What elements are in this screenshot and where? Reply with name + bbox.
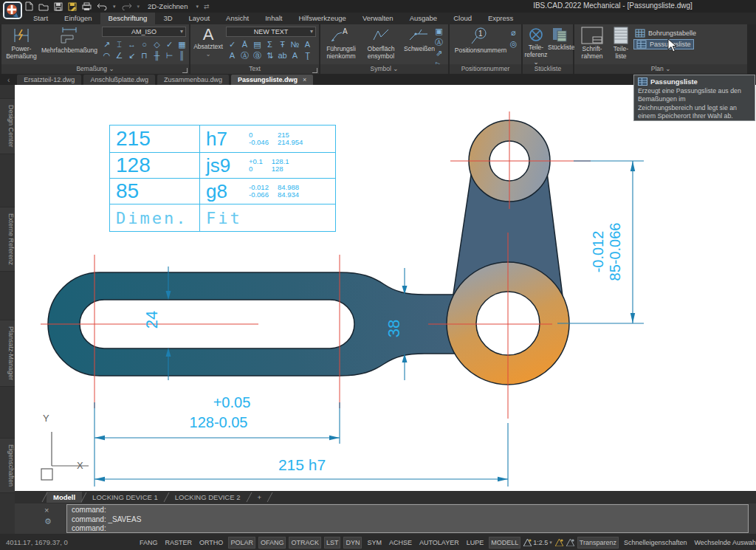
- redo-dropdown-icon[interactable]: ▾: [137, 4, 140, 10]
- toggle-ofang[interactable]: OFANG: [258, 537, 286, 549]
- palette-tab-plansatz-manager[interactable]: Plansatz-Manager: [0, 320, 15, 387]
- dim-aligned-icon[interactable]: ↗: [100, 39, 113, 50]
- toggle-polar[interactable]: POLAR: [228, 537, 255, 549]
- strike-text-icon[interactable]: Ŧ: [276, 39, 289, 50]
- layout-tab-locking-device-1[interactable]: LOCKING DEVICE 1: [86, 492, 165, 503]
- dim-ordinate-icon[interactable]: ⊢: [163, 50, 176, 61]
- find-text-icon[interactable]: Ā: [238, 39, 251, 50]
- fits-list-button[interactable]: Passungsliste: [633, 39, 694, 49]
- close-tab-icon[interactable]: ×: [303, 76, 306, 83]
- plot-icon[interactable]: [82, 2, 92, 11]
- feature-frame-icon[interactable]: Ⓐ: [433, 37, 445, 48]
- toggle-raster[interactable]: RASTER: [163, 537, 195, 549]
- toggle-lst[interactable]: LST: [324, 537, 341, 549]
- toggle-dyn[interactable]: DYN: [343, 537, 362, 549]
- new-file-icon[interactable]: [25, 1, 33, 11]
- dim-check-icon[interactable]: ✓: [163, 39, 176, 50]
- drawing-canvas[interactable]: 215 h7 0-0.046 215214.954 128 js9 +0.10 …: [15, 85, 756, 491]
- toggle-fang[interactable]: FANG: [137, 537, 160, 549]
- save-as-icon[interactable]: [68, 2, 77, 11]
- hole-chart-button[interactable]: Bohrungstabelle: [635, 28, 696, 38]
- fit-table-cell[interactable]: 128: [110, 153, 200, 179]
- color-text-icon[interactable]: A: [289, 50, 301, 61]
- parts-list-button[interactable]: Teile-liste: [608, 27, 633, 61]
- qat-customize-icon[interactable]: ⇄: [204, 3, 210, 10]
- fit-table[interactable]: 215 h7 0-0.046 215214.954 128 js9 +0.10 …: [109, 125, 336, 232]
- multi-dimension-button[interactable]: Mehrfachbemaßung: [40, 27, 99, 55]
- toggle-transparenz[interactable]: Transparenz: [577, 537, 619, 549]
- stack-text-icon[interactable]: ⇅: [264, 50, 276, 61]
- text-style-icon[interactable]: A: [301, 39, 314, 50]
- ribbon-tab-hilfswerkzeuge[interactable]: Hilfswerkzeuge: [290, 13, 354, 24]
- dim-vertical-icon[interactable]: ⌶: [113, 39, 126, 50]
- layout-tab-locking-device-2[interactable]: LOCKING DEVICE 2: [168, 492, 247, 503]
- dimension-label-tol-plus[interactable]: +0.05: [188, 394, 276, 411]
- power-dimension-button[interactable]: Power-Bemaßung: [4, 27, 38, 61]
- renumber-icon[interactable]: ⌀: [507, 27, 520, 38]
- autoscale-icon[interactable]: [566, 536, 574, 549]
- workspace-dropdown-icon[interactable]: ▾: [196, 4, 199, 10]
- ribbon-tab-einfuegen[interactable]: Einfügen: [56, 13, 100, 24]
- layout-tab-modell[interactable]: Modell: [47, 492, 82, 503]
- ribbon-tab-express[interactable]: Express: [480, 13, 521, 24]
- app-logo-icon[interactable]: [3, 1, 22, 22]
- paste-text-icon[interactable]: ▤: [251, 39, 264, 50]
- dialog-launcher-icon[interactable]: [312, 68, 317, 73]
- dim-distribute-icon[interactable]: ║: [176, 50, 188, 61]
- new-layout-button[interactable]: +: [251, 492, 269, 503]
- toggle-lupe[interactable]: LUPE: [464, 537, 487, 549]
- undo-dropdown-icon[interactable]: ▾: [113, 4, 116, 10]
- fit-table-cell[interactable]: h7 0-0.046 215214.954: [200, 126, 335, 153]
- panel-label-bemassung[interactable]: Bemaßung ⌄: [1, 64, 189, 74]
- palette-tab-eigenschaften[interactable]: Eigenschaften: [0, 438, 15, 493]
- fit-table-caption[interactable]: Dimen.: [110, 204, 200, 231]
- ribbon-tab-verwalten[interactable]: Verwalten: [354, 13, 402, 24]
- dim-diameter-icon[interactable]: ○: [138, 39, 151, 50]
- panel-label-text[interactable]: Text: [190, 64, 319, 74]
- save-icon[interactable]: [54, 2, 63, 11]
- toggle-ortho[interactable]: ORTHO: [197, 537, 225, 549]
- dimension-label-24[interactable]: 24: [142, 298, 162, 342]
- ribbon-tab-start[interactable]: Start: [25, 13, 56, 24]
- text-height-icon[interactable]: Ţ: [301, 50, 314, 61]
- panel-label-plan[interactable]: Plan ⌄: [574, 64, 747, 74]
- scale-dropdown-icon[interactable]: ▾: [549, 540, 552, 546]
- dimension-label-215h7[interactable]: 215 h7: [258, 456, 346, 474]
- ribbon-tab-ausgabe[interactable]: Ausgabe: [402, 13, 446, 24]
- fit-table-cell[interactable]: js9 +0.10 128.1128: [200, 153, 335, 179]
- ribbon-tab-ansicht[interactable]: Ansicht: [218, 13, 257, 24]
- panel-label-stueckliste[interactable]: Stückliste: [523, 64, 573, 74]
- toggle-otrack[interactable]: OTRACK: [289, 537, 321, 549]
- open-folder-icon[interactable]: [38, 2, 49, 11]
- toggle-wechselnde-auswahl[interactable]: Wechselnde Auswahl: [693, 537, 756, 549]
- dim-angle-icon[interactable]: ∠: [113, 50, 126, 61]
- annotation-scale-control[interactable]: 1:2.5 ▾: [523, 539, 552, 546]
- ribbon-tab-layout[interactable]: Layout: [181, 13, 219, 24]
- fit-table-cell[interactable]: g8 -0.012-0.066 84.98884.934: [200, 179, 335, 204]
- fit-table-caption[interactable]: Fit: [200, 204, 335, 231]
- palette-tab-design-center[interactable]: Design Center: [0, 98, 15, 154]
- drawing-tab-anschlussplatte[interactable]: Anschlußplatte.dwg: [83, 75, 155, 85]
- ucs-icon[interactable]: [41, 432, 89, 480]
- jump-line-icon[interactable]: ⇗: [433, 48, 445, 59]
- datum-id-icon[interactable]: ▣: [433, 26, 445, 37]
- dialog-launcher-icon[interactable]: [182, 68, 188, 73]
- ribbon-tab-inhalt[interactable]: Inhalt: [257, 13, 290, 24]
- case-toggle-icon[interactable]: ab: [276, 50, 289, 61]
- dim-chain-icon[interactable]: ╫: [151, 50, 163, 61]
- fit-table-cell[interactable]: 215: [110, 126, 200, 153]
- toggle-modell[interactable]: MODELL: [489, 537, 520, 549]
- annotation-visibility-icon[interactable]: [555, 536, 563, 549]
- drawing-tab-zusammenbau[interactable]: Zusammenbau.dwg: [157, 75, 229, 85]
- frame-text-icon[interactable]: Ⓐ: [238, 50, 251, 61]
- palette-tab-externe-referenz[interactable]: Externe Referenz: [0, 207, 15, 272]
- fit-table-cell[interactable]: 85: [110, 179, 200, 204]
- toggle-achse[interactable]: ACHSE: [387, 537, 414, 549]
- bom-button[interactable]: Stückliste: [548, 27, 571, 52]
- redo-icon[interactable]: [121, 2, 132, 10]
- edit-text-icon[interactable]: A: [226, 50, 238, 61]
- tab-scroll-left-icon[interactable]: ‹: [7, 76, 10, 84]
- title-border-button[interactable]: Schrift-rahmen: [577, 27, 607, 61]
- dim-chamfer-icon[interactable]: ⊓: [138, 50, 151, 61]
- ribbon-tab-cloud[interactable]: Cloud: [445, 13, 480, 24]
